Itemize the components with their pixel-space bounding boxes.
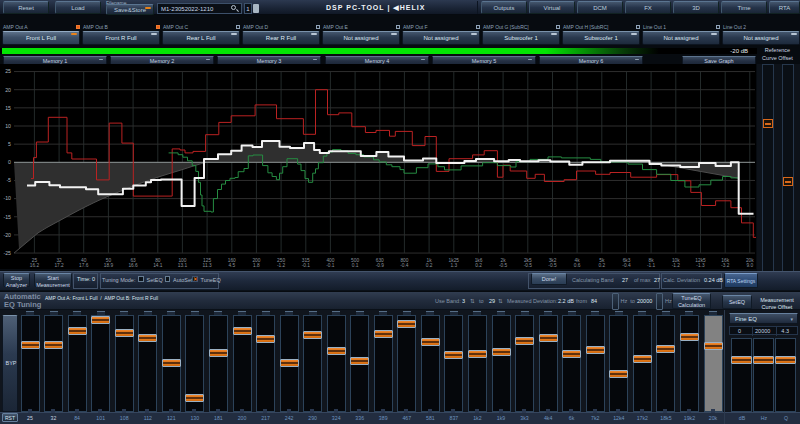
svg-text:0.2: 0.2 xyxy=(475,263,482,268)
svg-text:-15: -15 xyxy=(4,214,12,220)
svg-text:-1.2: -1.2 xyxy=(672,263,681,268)
svg-text:16.2: 16.2 xyxy=(30,263,40,268)
svg-text:-0.4: -0.4 xyxy=(400,263,409,268)
svg-text:10: 10 xyxy=(5,123,11,129)
svg-text:-10: -10 xyxy=(4,195,12,201)
svg-text:16.6: 16.6 xyxy=(128,263,138,268)
svg-text:5: 5 xyxy=(8,141,11,147)
svg-text:-25: -25 xyxy=(4,250,12,256)
svg-text:13.1: 13.1 xyxy=(178,263,188,268)
svg-text:-0.5: -0.5 xyxy=(524,263,533,268)
svg-text:1.3: 1.3 xyxy=(450,263,457,268)
svg-text:-1.1: -1.1 xyxy=(647,263,656,268)
svg-text:-20: -20 xyxy=(4,232,12,238)
svg-text:0.1: 0.1 xyxy=(352,263,359,268)
svg-text:-0.5: -0.5 xyxy=(548,263,557,268)
svg-text:14.1: 14.1 xyxy=(153,263,163,268)
svg-text:-0.4: -0.4 xyxy=(622,263,631,268)
svg-text:-0.1: -0.1 xyxy=(326,263,335,268)
svg-text:-5: -5 xyxy=(6,177,11,183)
svg-text:0: 0 xyxy=(8,159,11,165)
svg-text:-1.3: -1.3 xyxy=(696,263,705,268)
svg-text:-0.9: -0.9 xyxy=(376,263,385,268)
svg-text:-1.2: -1.2 xyxy=(277,263,286,268)
svg-text:17.6: 17.6 xyxy=(79,263,89,268)
svg-text:18.9: 18.9 xyxy=(104,263,114,268)
svg-text:0.2: 0.2 xyxy=(598,263,605,268)
svg-text:25: 25 xyxy=(5,68,11,74)
svg-text:0.2: 0.2 xyxy=(426,263,433,268)
svg-text:11.3: 11.3 xyxy=(203,263,212,268)
svg-text:1.8: 1.8 xyxy=(253,263,260,268)
svg-text:-3.2: -3.2 xyxy=(721,263,730,268)
svg-text:15: 15 xyxy=(5,105,11,111)
svg-text:17.2: 17.2 xyxy=(54,263,64,268)
svg-text:4.5: 4.5 xyxy=(228,263,235,268)
svg-text:0.6: 0.6 xyxy=(574,263,581,268)
svg-text:-0.5: -0.5 xyxy=(499,263,508,268)
svg-text:20: 20 xyxy=(5,87,11,93)
svg-text:-0.1: -0.1 xyxy=(302,263,311,268)
svg-text:9.0: 9.0 xyxy=(746,263,753,268)
